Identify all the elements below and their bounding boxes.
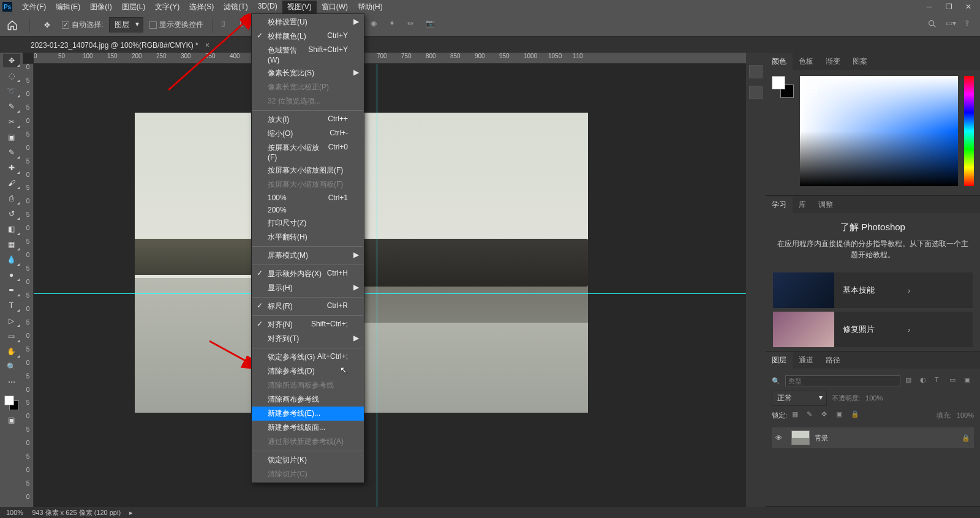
panel-tab[interactable]: 路径 xyxy=(820,352,846,369)
home-icon[interactable] xyxy=(4,17,21,34)
filter-adjust-icon[interactable]: ◐ xyxy=(920,376,930,386)
workspace-icon[interactable]: ▭▾ xyxy=(946,19,958,31)
menu-文件[interactable]: 文件(F) xyxy=(17,1,51,13)
menu-item[interactable]: 显示(H)▶ xyxy=(252,281,364,295)
crop-tool[interactable]: ✂ xyxy=(3,115,20,129)
fg-bg-color[interactable] xyxy=(3,394,20,411)
blend-mode-dropdown[interactable]: 正常 xyxy=(772,391,827,406)
target-layer-dropdown[interactable]: 图层 xyxy=(109,17,143,32)
layer-row-background[interactable]: 👁 背景 🔒 xyxy=(772,427,974,448)
color-swatch-pair[interactable] xyxy=(772,76,794,98)
menu-item[interactable]: 像素长宽比(S)▶ xyxy=(252,66,364,80)
panel-tab[interactable]: 图层 xyxy=(766,352,793,369)
menu-帮助[interactable]: 帮助(H) xyxy=(353,1,388,13)
lock-all-icon[interactable]: 🔒 xyxy=(851,410,861,420)
move-tool-icon[interactable]: ✥ xyxy=(39,18,56,32)
3d-camera-icon[interactable]: 📷 xyxy=(426,19,438,31)
layer-thumbnail[interactable] xyxy=(791,430,810,445)
maximize-button[interactable]: ❐ xyxy=(944,2,953,11)
menu-item[interactable]: 打印尺寸(Z) xyxy=(252,216,364,230)
menu-item[interactable]: 对齐到(T)▶ xyxy=(252,332,364,346)
menu-图层[interactable]: 图层(L) xyxy=(117,1,151,13)
menu-item[interactable]: ✓显示额外内容(X)Ctrl+H xyxy=(252,267,364,281)
path-select-tool[interactable]: ▷ xyxy=(3,314,20,328)
menu-item[interactable]: 屏幕模式(M)▶ xyxy=(252,249,364,263)
menu-选择[interactable]: 选择(S) xyxy=(184,1,219,13)
close-window-button[interactable]: ✕ xyxy=(964,2,973,11)
move-tool[interactable]: ✥ xyxy=(3,54,20,67)
menu-item[interactable]: 色域警告(W)Shift+Ctrl+Y xyxy=(252,43,364,66)
ruler-vertical[interactable]: 050505050505050505050505050505050 xyxy=(23,64,34,507)
dodge-tool[interactable]: ● xyxy=(3,268,20,282)
auto-select-checkbox[interactable] xyxy=(62,21,69,29)
ruler-horizontal[interactable]: 0501001502002503003504004505005506006507… xyxy=(34,53,746,64)
history-brush-tool[interactable]: ↺ xyxy=(3,207,20,220)
gradient-tool[interactable]: ▦ xyxy=(3,238,20,251)
menu-item[interactable]: 校样设置(U)▶ xyxy=(252,15,364,29)
panel-tab[interactable]: 图案 xyxy=(846,53,873,70)
quick-select-tool[interactable]: ✎ xyxy=(3,100,20,113)
panel-tab[interactable]: 渐变 xyxy=(820,53,846,70)
minimize-button[interactable]: ─ xyxy=(925,2,933,11)
pen-tool[interactable]: ✒ xyxy=(3,283,20,297)
eyedropper-tool[interactable]: ✎ xyxy=(3,146,20,159)
opacity-value[interactable]: 100% xyxy=(865,394,883,402)
menu-item[interactable]: ✓校样颜色(L)Ctrl+Y xyxy=(252,29,364,43)
type-tool[interactable]: T xyxy=(3,299,20,312)
shape-tool[interactable]: ▭ xyxy=(3,329,20,343)
menu-item[interactable]: 清除画布参考线 xyxy=(252,392,364,407)
guide-vertical[interactable] xyxy=(377,64,377,507)
menu-item[interactable]: 水平翻转(H) xyxy=(252,230,364,244)
color-field[interactable] xyxy=(800,76,958,186)
menu-item[interactable]: 新建参考线版面... xyxy=(252,421,364,435)
healing-tool[interactable]: ✚ xyxy=(3,161,20,175)
properties-panel-icon[interactable] xyxy=(749,86,763,99)
align-left-icon[interactable]: ▯ xyxy=(221,19,233,31)
hue-slider[interactable] xyxy=(964,76,974,186)
menu-编辑[interactable]: 编辑(E) xyxy=(51,1,85,13)
learn-card-basics[interactable]: 基本技能 › xyxy=(773,272,973,308)
menu-图像[interactable]: 图像(I) xyxy=(85,1,116,13)
fill-value[interactable]: 100% xyxy=(957,411,974,419)
menu-滤镜[interactable]: 滤镜(T) xyxy=(219,1,252,13)
lock-position-icon[interactable]: ✎ xyxy=(807,410,816,420)
quickmask-toggle[interactable]: ▣ xyxy=(3,413,20,427)
menu-item[interactable]: 锁定参考线(G)Alt+Ctrl+; xyxy=(252,350,364,364)
menu-item[interactable]: 新建参考线(E)... xyxy=(252,407,364,421)
menu-3d[interactable]: 3D(D) xyxy=(253,1,282,13)
eraser-tool[interactable]: ◧ xyxy=(3,222,20,236)
3d-slide-icon[interactable]: ⇔ xyxy=(407,19,420,31)
search-icon[interactable]: 🔍 xyxy=(772,377,780,385)
hand-tool[interactable]: ✋ xyxy=(3,345,20,358)
history-panel-icon[interactable] xyxy=(749,65,763,78)
menu-item[interactable]: 锁定切片(K) xyxy=(252,453,364,467)
frame-tool[interactable]: ▣ xyxy=(3,130,20,144)
3d-pan-icon[interactable]: ✦ xyxy=(389,19,401,31)
filter-smart-icon[interactable]: ▣ xyxy=(964,376,974,386)
lock-artboard-icon[interactable]: ▣ xyxy=(836,410,846,420)
menu-item[interactable]: 缩小(O)Ctrl+- xyxy=(252,127,364,141)
marquee-tool[interactable]: ◌ xyxy=(3,69,20,83)
close-tab-icon[interactable]: × xyxy=(205,41,209,50)
panel-tab[interactable]: 库 xyxy=(793,197,812,213)
search-icon[interactable] xyxy=(927,19,940,31)
stamp-tool[interactable]: ⎙ xyxy=(3,192,20,205)
share-icon[interactable]: ⇪ xyxy=(964,19,976,31)
filter-shape-icon[interactable]: ▭ xyxy=(949,376,959,386)
document-tab[interactable]: 2023-01-23_140704.jpg @ 100%(RGB/8#/CMYK… xyxy=(24,37,216,52)
layer-filter-input[interactable] xyxy=(785,375,900,386)
zoom-level[interactable]: 100% xyxy=(6,509,23,516)
menu-视图[interactable]: 视图(V) xyxy=(282,1,317,13)
menu-item[interactable]: 200% xyxy=(252,204,364,216)
menu-item[interactable]: ✓对齐(N)Shift+Ctrl+; xyxy=(252,318,364,332)
lock-icon[interactable]: 🔒 xyxy=(962,434,970,442)
panel-tab[interactable]: 色板 xyxy=(793,53,820,70)
menu-item[interactable]: 按屏幕大小缩放(F)Ctrl+0 xyxy=(252,141,364,163)
edit-toolbar[interactable]: ⋯ xyxy=(3,375,20,389)
show-transform-checkbox[interactable] xyxy=(149,21,157,29)
menu-item[interactable]: 放大(I)Ctrl++ xyxy=(252,113,364,127)
brush-tool[interactable]: 🖌 xyxy=(3,176,20,190)
panel-tab[interactable]: 通道 xyxy=(793,352,820,369)
panel-tab[interactable]: 调整 xyxy=(812,197,839,213)
lock-move-icon[interactable]: ✥ xyxy=(821,410,831,420)
